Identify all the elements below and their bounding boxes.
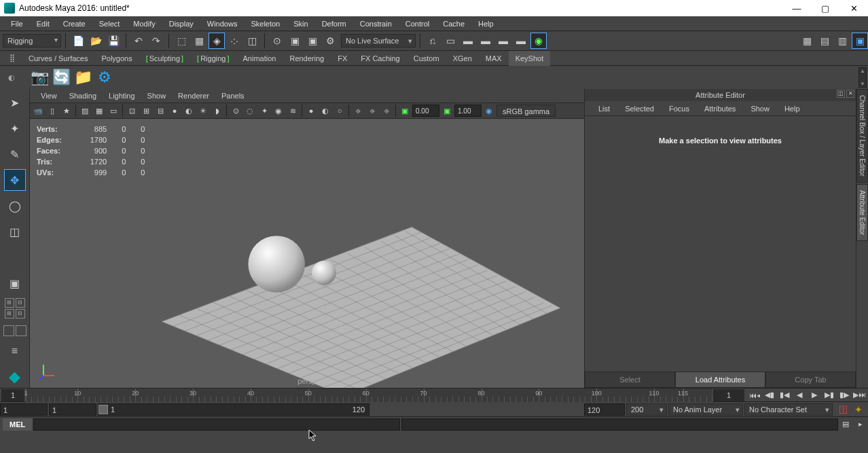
shelf-icon-2[interactable]: 🔄: [50, 67, 72, 88]
camera-settings-icon[interactable]: ▯: [46, 104, 59, 117]
xray-icon[interactable]: ◌: [243, 104, 257, 117]
shelf-tab-fx-caching[interactable]: FX Caching: [354, 51, 406, 66]
range-thumb[interactable]: [98, 405, 108, 414]
live-surface-combo[interactable]: No Live Surface: [341, 34, 416, 48]
anim-layer-combo[interactable]: No Anim Layer: [668, 403, 743, 416]
menu-file[interactable]: File: [4, 16, 30, 31]
paint-select-tool[interactable]: ✎: [4, 143, 26, 165]
film-gate-icon[interactable]: ▭: [107, 104, 120, 117]
layout5-button[interactable]: ◉: [530, 33, 547, 49]
lights-icon[interactable]: ☀: [196, 104, 210, 117]
menu-control[interactable]: Control: [399, 16, 436, 31]
shelf-tab-curves-surfaces[interactable]: Curves / Surfaces: [22, 51, 94, 66]
attr-menu-list[interactable]: List: [592, 101, 617, 116]
shelf-tab-rigging[interactable]: Rigging: [190, 51, 236, 66]
exposure-field[interactable]: 0.00: [412, 105, 439, 117]
wireframe-icon[interactable]: ⊟: [153, 104, 167, 117]
goto-start-button[interactable]: ⏮◀: [747, 389, 762, 401]
menu-constrain[interactable]: Constrain: [353, 16, 399, 31]
hardware-tex-icon[interactable]: ◐: [319, 104, 332, 117]
goto-end-button[interactable]: ▶⏭: [852, 389, 867, 401]
grid-toggle-icon[interactable]: ▦: [92, 104, 106, 117]
shelf-tab-fx[interactable]: FX: [331, 51, 354, 66]
character-set-combo[interactable]: No Character Set: [744, 403, 833, 416]
gate-mask-icon[interactable]: ⊡: [125, 104, 139, 117]
channel-box-tab[interactable]: Channel Box / Layer Editor: [856, 89, 868, 183]
last-tool[interactable]: ▣: [4, 272, 26, 294]
shelf-scroll[interactable]: ▲▼: [858, 67, 867, 88]
prefs-icon[interactable]: ✦: [852, 403, 865, 416]
time-slider[interactable]: 1 1102030405060708090100110115 1 ⏮◀ ◀▮ ▮…: [0, 388, 868, 401]
ao-icon[interactable]: ◉: [272, 104, 285, 117]
color-mgmt-icon[interactable]: ◉: [482, 104, 496, 117]
layout1-button[interactable]: ▬: [460, 33, 476, 49]
play-back-button[interactable]: ◀: [792, 389, 807, 401]
play-forward-button[interactable]: ▶: [807, 389, 822, 401]
shelf-icon-3[interactable]: 📁: [72, 67, 94, 88]
layout-quad-buttons[interactable]: ⊞⊟⊞⊟: [5, 298, 25, 319]
shelf-tab-animation[interactable]: Animation: [236, 51, 283, 66]
attributeeditor-toggle-button[interactable]: ▣: [852, 33, 868, 49]
shelf-tab-keyshot[interactable]: KeyShot: [509, 51, 551, 66]
playback-start-field[interactable]: 1: [49, 403, 96, 416]
lasso-tool[interactable]: ✦: [4, 117, 26, 139]
outliner-toggle[interactable]: ≡: [4, 340, 26, 362]
gamma-icon[interactable]: ▣: [440, 104, 454, 117]
clip-plane2-icon[interactable]: ⎆: [365, 104, 379, 117]
menu-skin[interactable]: Skin: [287, 16, 314, 31]
load-attributes-button[interactable]: Load Attributes: [675, 372, 765, 388]
attr-menu-show[interactable]: Show: [744, 101, 776, 116]
script-editor-button[interactable]: ▤: [838, 418, 853, 431]
select-tool-button[interactable]: ⬚: [173, 33, 189, 49]
attr-menu-attributes[interactable]: Attributes: [698, 101, 742, 116]
step-back-key-button[interactable]: ◀▮: [762, 389, 777, 401]
step-forward-button[interactable]: ▶▮: [822, 389, 837, 401]
render-settings-button[interactable]: ⚙: [322, 33, 338, 49]
vp-menu-panels[interactable]: Panels: [216, 89, 250, 103]
shelf-icon-gear[interactable]: ⚙: [94, 67, 115, 88]
command-input[interactable]: [33, 418, 400, 431]
vp-menu-lighting[interactable]: Lighting: [103, 89, 141, 103]
layout4-button[interactable]: ▬: [513, 33, 529, 49]
ipr-button[interactable]: ▣: [304, 33, 321, 49]
current-frame-box-right[interactable]: 1: [713, 389, 744, 401]
channelbox-button[interactable]: ▤: [816, 33, 833, 49]
menu-create[interactable]: Create: [56, 16, 92, 31]
snap-plane-button[interactable]: ◫: [244, 33, 260, 49]
menu-deform[interactable]: Deform: [315, 16, 353, 31]
snap-point-button[interactable]: ·:·: [226, 33, 242, 49]
toolbox-button[interactable]: ▦: [799, 33, 815, 49]
bookmark-icon[interactable]: ★: [60, 104, 73, 117]
attr-menu-help[interactable]: Help: [778, 101, 807, 116]
step-forward-key-button[interactable]: ▮▶: [837, 389, 852, 401]
sets-button[interactable]: ▭: [442, 33, 458, 49]
menu-help[interactable]: Help: [471, 16, 501, 31]
layout3-button[interactable]: ▬: [495, 33, 511, 49]
scale-tool[interactable]: ◫: [4, 221, 26, 242]
snap-curve-button[interactable]: ◈: [209, 33, 225, 49]
step-back-button[interactable]: ▮◀: [777, 389, 792, 401]
ssao-icon[interactable]: ○: [333, 104, 346, 117]
motion-blur-icon[interactable]: ≋: [286, 104, 300, 117]
playback-end-field[interactable]: 120: [584, 403, 625, 416]
vp-menu-shading[interactable]: Shading: [64, 89, 102, 103]
select-button[interactable]: Select: [585, 372, 675, 388]
viewport-canvas[interactable]: Verts:88500Edges:178000Faces:90000Tris:1…: [30, 119, 584, 388]
render-button[interactable]: ▣: [287, 33, 303, 49]
attr-menu-focus[interactable]: Focus: [662, 101, 696, 116]
xray-joints-icon[interactable]: ✦: [257, 104, 271, 117]
time-ruler[interactable]: 1102030405060708090100110115: [26, 388, 712, 402]
isolate-icon[interactable]: ⊙: [229, 104, 242, 117]
shadows-icon[interactable]: ◗: [211, 104, 224, 117]
close-button[interactable]: ✕: [839, 0, 868, 16]
shelf-tab-custom[interactable]: Custom: [407, 51, 446, 66]
range-slider[interactable]: 1 120: [98, 403, 369, 416]
script-lang-label[interactable]: MEL: [3, 418, 32, 431]
menu-modify[interactable]: Modify: [126, 16, 162, 31]
anim-start-field[interactable]: 1: [0, 403, 48, 416]
vp-menu-view[interactable]: View: [35, 89, 62, 103]
new-scene-button[interactable]: 📄: [70, 33, 86, 49]
menu-windows[interactable]: Windows: [200, 16, 245, 31]
shelf-icon-1[interactable]: 📷: [29, 67, 50, 88]
shelf-tab-xgen[interactable]: XGen: [446, 51, 479, 66]
